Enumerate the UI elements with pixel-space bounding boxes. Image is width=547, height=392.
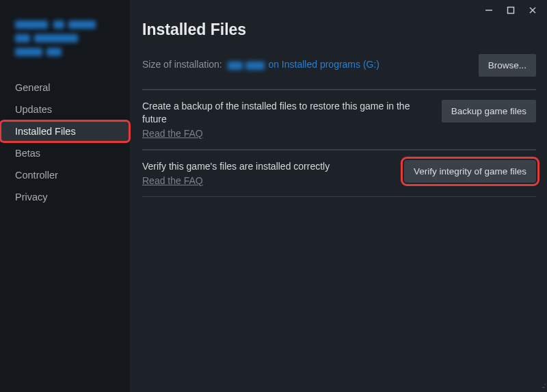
backup-row: Create a backup of the installed files t… <box>142 90 536 149</box>
sidebar-item-privacy[interactable]: Privacy <box>0 186 130 208</box>
sidebar-item-updates[interactable]: Updates <box>0 99 130 120</box>
game-thumbnail <box>15 18 119 59</box>
install-size-row: Size of installation: on Installed progr… <box>142 54 536 89</box>
verify-faq-link[interactable]: Read the FAQ <box>142 175 203 186</box>
sidebar-item-controller[interactable]: Controller <box>0 164 130 186</box>
sidebar-nav: General Updates Installed Files Betas Co… <box>0 77 130 208</box>
browse-button[interactable]: Browse... <box>479 54 536 77</box>
verify-row: Verify this game's files are installed c… <box>142 150 536 196</box>
main-panel: Installed Files Size of installation: on… <box>130 0 547 392</box>
sidebar-item-installed-files[interactable]: Installed Files <box>0 120 130 142</box>
install-location-link[interactable]: on Installed programs (G:) <box>268 59 379 70</box>
window-frame: General Updates Installed Files Betas Co… <box>0 0 547 392</box>
verify-integrity-button[interactable]: Verify integrity of game files <box>404 160 536 183</box>
sidebar-item-betas[interactable]: Betas <box>0 142 130 164</box>
backup-description: Create a backup of the installed files t… <box>142 100 433 126</box>
sidebar-item-general[interactable]: General <box>0 77 130 99</box>
backup-button[interactable]: Backup game files <box>442 100 536 122</box>
install-size-value-blurred <box>228 61 265 72</box>
backup-faq-link[interactable]: Read the FAQ <box>142 128 203 139</box>
verify-description: Verify this game's files are installed c… <box>142 160 396 173</box>
divider <box>142 196 536 197</box>
sidebar: General Updates Installed Files Betas Co… <box>0 0 130 392</box>
install-size-prefix: Size of installation: <box>142 59 225 70</box>
page-title: Installed Files <box>142 21 536 39</box>
